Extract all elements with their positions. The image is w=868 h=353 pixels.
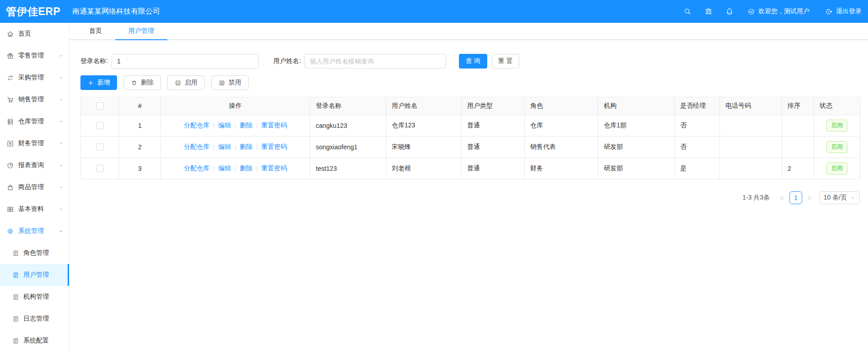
row-checkbox[interactable] bbox=[96, 143, 104, 151]
pagination: 1-3 共3条 < 1 > 10 条/页 bbox=[80, 191, 860, 204]
bank-icon[interactable] bbox=[704, 7, 713, 16]
link-separator: | bbox=[213, 122, 214, 129]
pie-chart-icon bbox=[6, 162, 14, 169]
sidebar-item-log-management[interactable]: 日志管理 bbox=[0, 308, 69, 330]
home-icon bbox=[6, 30, 14, 38]
sidebar-item-label: 财务管理 bbox=[18, 139, 44, 148]
cell-org: 仓库1部 bbox=[598, 115, 675, 137]
chevron-down-icon bbox=[850, 195, 855, 200]
logout-button[interactable]: 退出登录 bbox=[825, 7, 862, 16]
reset-button[interactable]: 重 置 bbox=[492, 54, 519, 68]
row-checkbox[interactable] bbox=[96, 122, 104, 129]
sidebar-item-label: 采购管理 bbox=[18, 74, 44, 82]
tab-home[interactable]: 首页 bbox=[76, 23, 115, 39]
delete-link[interactable]: 删除 bbox=[240, 143, 253, 150]
link-separator: | bbox=[234, 122, 236, 129]
page-number-button[interactable]: 1 bbox=[789, 191, 802, 204]
company-name: 南通某某网络科技有限公司 bbox=[72, 7, 160, 16]
next-page-icon[interactable]: > bbox=[806, 194, 814, 202]
reset-password-link[interactable]: 重置密码 bbox=[261, 121, 287, 129]
edit-link[interactable]: 编辑 bbox=[218, 121, 231, 129]
sidebar-item-basic-data[interactable]: 基本资料 bbox=[0, 198, 69, 220]
sidebar-item-system[interactable]: 系统管理 bbox=[0, 220, 69, 242]
assign-warehouse-link[interactable]: 分配仓库 bbox=[184, 164, 209, 172]
gift-icon bbox=[6, 52, 14, 60]
user-dropdown-icon bbox=[747, 8, 755, 16]
sidebar-item-org-management[interactable]: 机构管理 bbox=[0, 286, 69, 308]
table-row: 2 分配仓库|编辑|删除|重置密码 songxiaofeng1 宋晓锋 普通 销… bbox=[81, 137, 860, 158]
cell-sort: 2 bbox=[782, 158, 814, 179]
link-separator: | bbox=[234, 165, 236, 172]
add-button[interactable]: 新增 bbox=[80, 75, 117, 90]
search-button[interactable]: 查 询 bbox=[459, 54, 487, 68]
sidebar-item-label: 日志管理 bbox=[23, 315, 49, 323]
logout-text: 退出登录 bbox=[836, 7, 862, 16]
sidebar-item-products[interactable]: 商品管理 bbox=[0, 176, 69, 198]
user-name-input[interactable] bbox=[304, 54, 446, 68]
sidebar-item-home[interactable]: 首页 bbox=[0, 23, 69, 45]
select-all-checkbox[interactable] bbox=[96, 102, 104, 110]
sidebar-item-retail[interactable]: 零售管理 bbox=[0, 45, 69, 67]
cell-login: songxiaofeng1 bbox=[310, 137, 386, 158]
sidebar-item-system-config[interactable]: 系统配置 bbox=[0, 330, 69, 352]
chevron-down-icon bbox=[59, 53, 64, 58]
assign-warehouse-link[interactable]: 分配仓库 bbox=[184, 143, 209, 150]
page-content: 登录名称: 用户姓名: 查 询 重 置 新增 bbox=[69, 40, 868, 204]
cell-actions: 分配仓库|编辑|删除|重置密码 bbox=[161, 137, 310, 158]
delete-link[interactable]: 删除 bbox=[240, 121, 253, 129]
reset-password-link[interactable]: 重置密码 bbox=[261, 164, 287, 172]
col-index: # bbox=[119, 97, 161, 115]
chevron-down-icon bbox=[59, 75, 64, 80]
edit-link[interactable]: 编辑 bbox=[218, 164, 231, 172]
enable-button-label: 启用 bbox=[185, 79, 197, 87]
assign-warehouse-link[interactable]: 分配仓库 bbox=[184, 121, 209, 129]
chevron-down-icon bbox=[59, 119, 64, 124]
search-icon[interactable] bbox=[683, 7, 692, 16]
tabbar: 首页 用户管理 bbox=[69, 23, 868, 40]
app-logo: 管伊佳ERP bbox=[0, 5, 60, 19]
enable-button[interactable]: 启用 bbox=[167, 75, 205, 90]
delete-button[interactable]: 删除 bbox=[123, 75, 161, 90]
trash-icon bbox=[131, 79, 138, 86]
col-phone: 电话号码 bbox=[720, 97, 782, 115]
sidebar-item-label: 销售管理 bbox=[18, 95, 44, 104]
topbar: 管伊佳ERP 南通某某网络科技有限公司 欢迎您，测试用户 退出登录 bbox=[0, 0, 868, 23]
sidebar-item-label: 商品管理 bbox=[18, 183, 44, 191]
sidebar-item-warehouse[interactable]: 仓库管理 bbox=[0, 111, 69, 132]
check-square-icon bbox=[175, 79, 181, 86]
disable-button[interactable]: 禁用 bbox=[211, 75, 249, 90]
bag-icon bbox=[6, 184, 14, 191]
chevron-down-icon bbox=[59, 163, 64, 168]
document-icon bbox=[12, 316, 19, 322]
table-header-row: # 操作 登录名称 用户姓名 用户类型 角色 机构 是否经理 电话号码 排序 状… bbox=[81, 97, 860, 115]
bell-icon[interactable] bbox=[725, 7, 734, 16]
login-name-input[interactable] bbox=[112, 54, 259, 68]
swap-icon bbox=[6, 74, 14, 82]
gear-icon bbox=[6, 227, 14, 235]
edit-link[interactable]: 编辑 bbox=[218, 143, 231, 150]
x-square-icon bbox=[218, 79, 225, 86]
sidebar-item-user-management[interactable]: 用户管理 bbox=[0, 264, 69, 286]
tab-user-management[interactable]: 用户管理 bbox=[115, 23, 167, 39]
cell-role: 仓库 bbox=[525, 115, 598, 137]
document-icon bbox=[12, 272, 19, 279]
user-menu[interactable]: 欢迎您，测试用户 bbox=[747, 7, 809, 16]
sidebar-item-label: 报表查询 bbox=[18, 161, 44, 169]
delete-link[interactable]: 删除 bbox=[240, 164, 253, 172]
sidebar-item-finance[interactable]: 财务管理 bbox=[0, 132, 69, 154]
add-button-label: 新增 bbox=[97, 79, 110, 87]
cell-name: 仓库123 bbox=[386, 115, 462, 137]
sidebar-item-sales[interactable]: 销售管理 bbox=[0, 89, 69, 111]
sidebar-item-reports[interactable]: 报表查询 bbox=[0, 154, 69, 176]
col-manager: 是否经理 bbox=[675, 97, 720, 115]
row-checkbox[interactable] bbox=[96, 165, 104, 172]
prev-page-icon[interactable]: < bbox=[778, 194, 786, 202]
page-size-select[interactable]: 10 条/页 bbox=[819, 191, 860, 204]
sidebar-item-label: 用户管理 bbox=[23, 271, 49, 279]
col-sort: 排序 bbox=[782, 97, 814, 115]
sidebar-item-purchase[interactable]: 采购管理 bbox=[0, 67, 69, 89]
reset-password-link[interactable]: 重置密码 bbox=[261, 143, 287, 150]
sidebar-item-label: 零售管理 bbox=[18, 52, 44, 60]
sidebar-item-role-management[interactable]: 角色管理 bbox=[0, 242, 69, 264]
cell-manager: 否 bbox=[675, 115, 720, 137]
